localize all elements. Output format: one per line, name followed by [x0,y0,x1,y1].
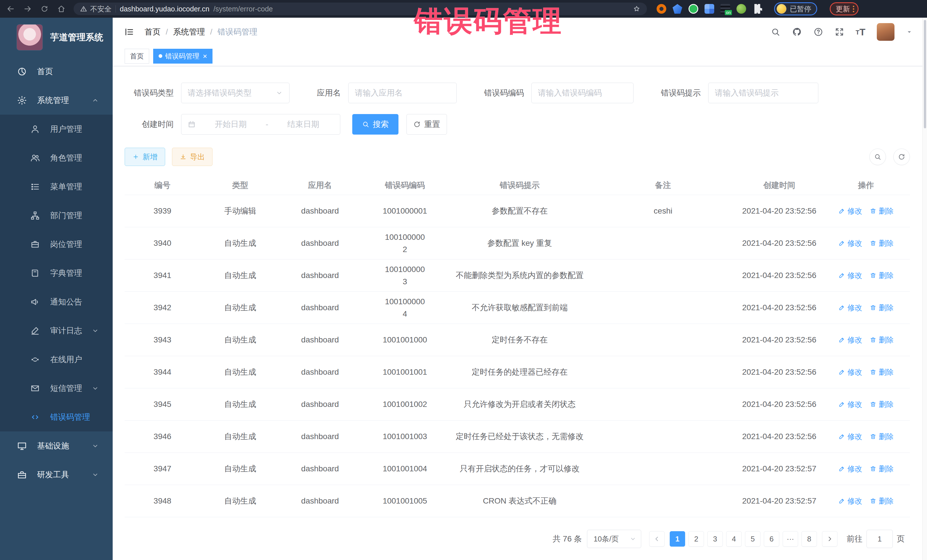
close-tag-icon[interactable]: × [203,52,207,60]
edit-link[interactable]: 修改 [838,303,862,313]
scrollbar-thumb[interactable] [924,20,926,128]
app-logo-row[interactable]: 芋道管理系统 [0,18,112,57]
delete-link[interactable]: 删除 [870,399,894,410]
extension-icon[interactable] [737,4,746,14]
sidebar-item[interactable]: 岗位管理 [0,230,112,259]
delete-icon [870,208,877,214]
edit-link[interactable]: 修改 [838,464,862,474]
error-code-field[interactable] [531,83,634,103]
view-tag[interactable]: 错误码管理 × [153,49,213,64]
refresh-table-button[interactable] [894,149,910,165]
cell-code: 1001001004 [360,463,450,475]
sidebar-collapse-button[interactable] [124,27,134,37]
page-button[interactable]: 8 [801,531,817,546]
edit-link[interactable]: 修改 [838,367,862,377]
reset-button[interactable]: 重置 [406,114,447,135]
breadcrumb-item[interactable]: 系统管理 [173,27,205,37]
view-tag[interactable]: 首页 [125,49,149,64]
delete-link[interactable]: 删除 [870,206,894,216]
sidebar-item[interactable]: 部门管理 [0,201,112,230]
edit-link[interactable]: 修改 [838,206,862,216]
reload-button[interactable] [41,5,49,13]
page-ellipsis[interactable]: ··· [783,531,798,546]
sidebar-item[interactable]: 字典管理 [0,259,112,287]
delete-link[interactable]: 删除 [870,238,894,248]
error-hint-input[interactable] [715,88,812,97]
page-button[interactable]: 2 [688,531,704,546]
breadcrumb-item[interactable]: 首页 [144,27,161,37]
back-button[interactable] [6,5,15,13]
delete-link[interactable]: 删除 [870,335,894,345]
forward-button[interactable] [23,5,32,13]
page-button[interactable]: 5 [745,531,760,546]
user-avatar[interactable] [877,23,895,41]
address-bar[interactable]: 不安全 dashboard.yudao.iocoder.cn/system/er… [74,3,647,15]
fullscreen-icon[interactable] [834,27,844,37]
sidebar-item[interactable]: 系统管理 [0,86,112,115]
goto-page-input[interactable] [866,530,893,548]
page-button[interactable]: 1 [670,531,685,546]
sidebar-item[interactable]: 菜单管理 [0,172,112,201]
edit-link[interactable]: 修改 [838,399,862,410]
help-icon[interactable] [813,27,823,37]
delete-link[interactable]: 删除 [870,496,894,506]
cell-actions: 修改 删除 [822,367,910,377]
extension-icon[interactable] [705,4,714,14]
home-button[interactable] [57,5,65,13]
toggle-search-button[interactable] [869,149,886,165]
github-icon[interactable] [792,27,802,37]
extension-icon[interactable] [656,4,666,14]
sidebar-item[interactable]: 用户管理 [0,115,112,143]
sidebar-item[interactable]: 审计日志 [0,316,112,345]
extension-icon[interactable] [688,4,698,14]
extension-icon[interactable] [673,4,682,14]
next-page-button[interactable] [822,531,837,546]
sidebar-item[interactable]: 基础设施 [0,431,112,460]
sidebar-item[interactable]: 错误码管理 [0,403,112,431]
sidebar-item[interactable]: 通知公告 [0,287,112,316]
browser-update-button[interactable]: 更新 [830,2,859,15]
page-scrollbar[interactable] [922,18,927,560]
error-code-input[interactable] [538,88,627,97]
app-name-field[interactable] [348,83,457,103]
page-button[interactable]: 3 [707,531,723,546]
browser-menu-icon[interactable] [853,6,854,12]
sidebar-item[interactable]: 短信管理 [0,374,112,403]
edit-link[interactable]: 修改 [838,238,862,248]
extensions-puzzle-icon[interactable] [752,4,762,14]
font-size-icon[interactable]: TT [856,28,865,36]
app-name-input[interactable] [355,88,450,97]
extension-icon[interactable]: on [720,4,730,14]
sidebar-item[interactable]: 在线用户 [0,345,112,374]
sidebar-item[interactable]: 研发工具 [0,460,112,489]
error-type-select[interactable]: 请选择错误码类型 [181,83,290,103]
divider [115,5,116,12]
add-button[interactable]: 新增 [125,148,165,166]
delete-link[interactable]: 删除 [870,464,894,474]
edit-link[interactable]: 修改 [838,270,862,281]
error-hint-field[interactable] [708,83,818,103]
edit-link[interactable]: 修改 [838,496,862,506]
edit-link[interactable]: 修改 [838,432,862,442]
delete-link[interactable]: 删除 [870,270,894,281]
bookmark-star-icon[interactable] [633,5,641,13]
sidebar-item-label: 用户管理 [50,124,82,135]
page-size-select[interactable]: 10条/页 [587,530,641,548]
app-title: 芋道管理系统 [50,31,103,43]
edit-link[interactable]: 修改 [838,335,862,345]
date-range-picker[interactable]: 开始日期 - 结束日期 [181,114,340,135]
browser-profile-chip[interactable]: 已暂停 [774,2,817,15]
sidebar-item[interactable]: 角色管理 [0,143,112,172]
delete-link[interactable]: 删除 [870,303,894,313]
security-chip[interactable]: 不安全 [80,4,111,14]
header-search-icon[interactable] [771,27,780,37]
prev-page-button[interactable] [649,531,664,546]
search-button[interactable]: 搜索 [352,114,398,135]
export-button[interactable]: 导出 [172,148,213,166]
delete-link[interactable]: 删除 [870,432,894,442]
page-button[interactable]: 4 [726,531,742,546]
avatar-caret-icon[interactable] [906,29,913,35]
sidebar-item[interactable]: 首页 [0,57,112,86]
delete-link[interactable]: 删除 [870,367,894,377]
page-button[interactable]: 6 [764,531,779,546]
